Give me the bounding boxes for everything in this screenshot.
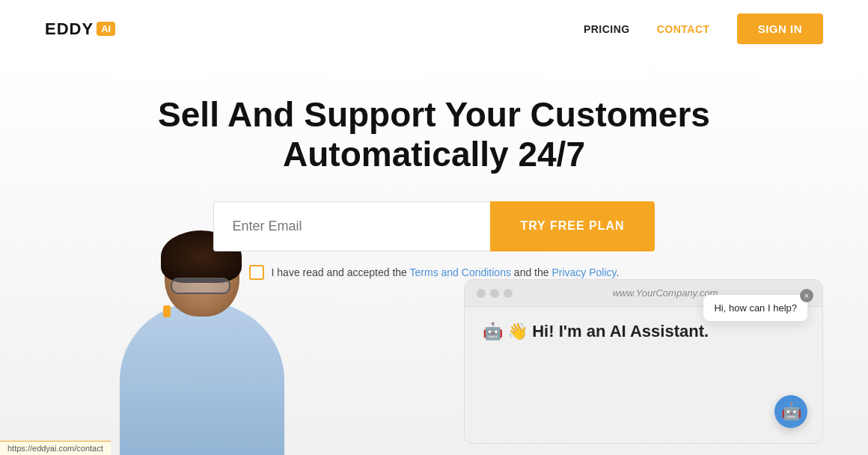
terms-text: I have read and accepted the Terms and C…: [272, 266, 620, 278]
browser-dot-3: [504, 289, 513, 298]
browser-dot-2: [490, 289, 499, 298]
email-input[interactable]: [213, 201, 490, 251]
terms-checkbox-row: I have read and accepted the Terms and C…: [0, 265, 868, 280]
logo-text: EDDY: [45, 19, 94, 39]
chat-close-button[interactable]: ×: [800, 289, 813, 302]
terms-link[interactable]: Terms and Conditions: [410, 266, 511, 278]
terms-post: .: [617, 266, 620, 278]
chat-bot-icon[interactable]: 🤖: [774, 395, 807, 428]
navbar: EDDY AI PRICING CONTACT SIGN IN: [0, 0, 868, 58]
terms-checkbox[interactable]: [249, 265, 264, 280]
email-form: TRY FREE PLAN: [0, 201, 868, 251]
hero-title-line1: Sell And Support Your Customers: [158, 95, 710, 134]
person-body: [120, 302, 284, 455]
chat-popup-text: Hi, how can I help?: [714, 302, 797, 314]
hero-section: Sell And Support Your Customers Automati…: [0, 58, 868, 455]
status-url: https://eddyai.com/contact: [7, 444, 103, 453]
privacy-link[interactable]: Privacy Policy: [551, 266, 616, 278]
chat-popup: × Hi, how can I help?: [703, 295, 807, 321]
hero-title-line2: Automatically 24/7: [283, 135, 585, 174]
person-glasses: [171, 278, 230, 294]
hero-person-image: [105, 227, 344, 455]
browser-mockup: www.YourCompany.com 🤖 👋 Hi! I'm an AI As…: [464, 279, 823, 444]
status-bar: https://eddyai.com/contact: [0, 441, 111, 455]
logo[interactable]: EDDY AI: [45, 19, 115, 39]
browser-dot-1: [477, 289, 486, 298]
ai-greeting: 🤖 👋 Hi! I'm an AI Assistant.: [483, 322, 709, 341]
nav-links: PRICING CONTACT SIGN IN: [584, 13, 823, 44]
person-earphone: [163, 305, 171, 317]
terms-pre: I have read and accepted the: [272, 266, 410, 278]
logo-badge: AI: [97, 22, 115, 36]
browser-dots: [477, 289, 513, 298]
nav-pricing[interactable]: PRICING: [584, 23, 630, 35]
try-free-plan-button[interactable]: TRY FREE PLAN: [490, 201, 654, 251]
signin-button[interactable]: SIGN IN: [737, 13, 823, 44]
hero-title: Sell And Support Your Customers Automati…: [0, 95, 868, 174]
nav-contact[interactable]: CONTACT: [657, 23, 710, 35]
terms-and: and the: [511, 266, 552, 278]
